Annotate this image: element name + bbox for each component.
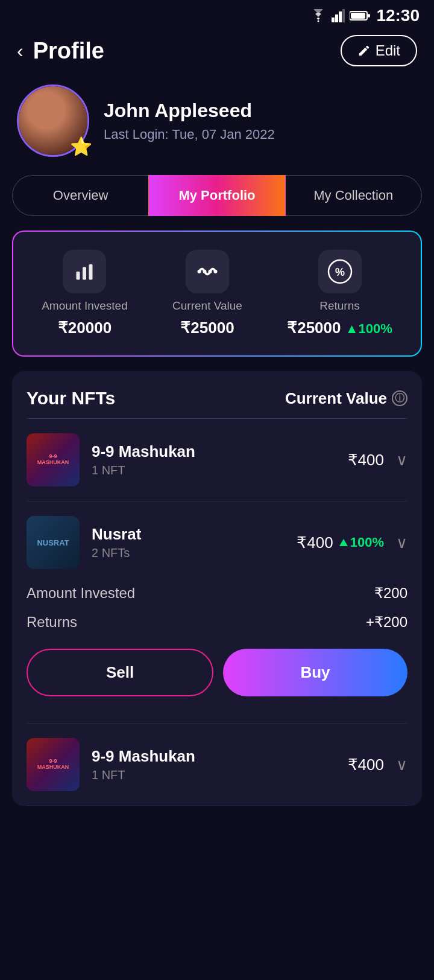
buy-button[interactable]: Buy	[223, 649, 407, 696]
current-value-label: Current Value	[172, 299, 242, 313]
status-time: 12:30	[376, 6, 420, 25]
svg-rect-8	[77, 272, 80, 280]
chevron-down-icon-mashukan-2[interactable]: ∨	[396, 756, 407, 774]
up-arrow-icon	[339, 539, 348, 546]
nft-thumbnail-mashukan-2: 9-9MASHUKAN	[27, 738, 80, 791]
nft-count-mashukan-2: 1 NFT	[92, 768, 336, 782]
avatar-wrapper: ⭐	[17, 84, 89, 157]
detail-amount-value: ₹200	[374, 585, 407, 602]
back-button[interactable]: ‹	[17, 40, 24, 62]
svg-rect-10	[89, 264, 93, 280]
tab-overview[interactable]: Overview	[12, 175, 148, 216]
nft-value-section-nusrat: ₹400 100%	[297, 533, 384, 552]
sell-button[interactable]: Sell	[27, 649, 213, 696]
svg-rect-4	[342, 9, 345, 22]
edit-button[interactable]: Edit	[341, 35, 417, 66]
nft-name-1: 9-9 Mashukan	[92, 442, 336, 461]
nft-value-section-1: ₹400	[348, 451, 384, 469]
nft-row-top-mashukan-2: 9-9MASHUKAN 9-9 Mashukan 1 NFT ₹400 ∨	[27, 738, 407, 791]
profile-section: ⭐ John Appleseed Last Login: Tue, 07 Jan…	[0, 78, 434, 175]
percent-icon: %	[327, 258, 353, 285]
svg-point-12	[203, 270, 206, 273]
detail-returns-label: Returns	[27, 614, 77, 631]
status-icons	[310, 9, 370, 22]
nft-info-nusrat: Nusrat 2 NFTs	[92, 525, 285, 560]
svg-rect-2	[335, 14, 338, 22]
svg-point-11	[197, 270, 201, 273]
nft-row-mashukan-2: 9-9MASHUKAN 9-9 Mashukan 1 NFT ₹400 ∨	[27, 724, 407, 806]
stats-row: Amount Invested ₹20000 Current Value ₹25…	[19, 250, 415, 337]
nft-row-nusrat: NUSRAT Nusrat 2 NFTs ₹400 100% ∨ Amount …	[27, 501, 407, 724]
stat-amount-invested: Amount Invested ₹20000	[42, 250, 128, 337]
nfts-title: Your NFTs	[27, 388, 115, 409]
nft-expanded-detail: Amount Invested ₹200 Returns +₹200 Sell …	[27, 569, 407, 708]
amount-invested-value: ₹20000	[58, 319, 112, 337]
nft-info-mashukan-2: 9-9 Mashukan 1 NFT	[92, 747, 336, 782]
nfts-header: Your NFTs Current Value ⓘ	[27, 388, 407, 409]
edit-icon	[357, 44, 371, 57]
wifi-icon	[310, 9, 327, 22]
stats-card: Amount Invested ₹20000 Current Value ₹25…	[12, 231, 422, 357]
svg-rect-6	[368, 14, 370, 18]
signal-icon	[332, 9, 345, 22]
profile-last-login: Last Login: Tue, 07 Jan 2022	[104, 127, 417, 142]
amount-invested-label: Amount Invested	[42, 299, 128, 313]
tab-bar: Overview My Portfolio My Collection	[12, 175, 422, 216]
nft-count-1: 1 NFT	[92, 463, 336, 477]
svg-rect-9	[83, 267, 86, 280]
current-value-value: ₹25000	[180, 319, 234, 337]
status-bar: 12:30	[0, 0, 434, 29]
nft-thumbnail-mashukan-1: 9-9MASHUKAN	[27, 433, 80, 486]
svg-rect-1	[332, 18, 335, 22]
edit-label: Edit	[376, 42, 400, 59]
stat-current-value: Current Value ₹25000	[172, 250, 242, 337]
returns-value: ₹25000 ▲100%	[287, 319, 392, 337]
page-title: Profile	[33, 38, 341, 64]
nft-row: 9-9MASHUKAN 9-9 Mashukan 1 NFT ₹400 ∨	[27, 419, 407, 501]
nft-pct-nusrat: 100%	[339, 535, 384, 550]
nft-name-nusrat: Nusrat	[92, 525, 285, 544]
nft-row-top-nusrat: NUSRAT Nusrat 2 NFTs ₹400 100% ∨	[27, 516, 407, 569]
detail-row-returns: Returns +₹200	[27, 608, 407, 637]
svg-rect-3	[339, 11, 342, 22]
detail-amount-label: Amount Invested	[27, 585, 135, 602]
action-buttons: Sell Buy	[27, 649, 407, 708]
nft-info-1: 9-9 Mashukan 1 NFT	[92, 442, 336, 477]
bar-chart-icon	[74, 261, 95, 282]
svg-point-13	[208, 270, 212, 273]
svg-point-0	[318, 21, 319, 22]
nft-count-nusrat: 2 NFTs	[92, 546, 285, 560]
nft-value-mashukan-2: ₹400	[348, 756, 384, 774]
info-icon[interactable]: ⓘ	[392, 390, 407, 406]
detail-row-amount: Amount Invested ₹200	[27, 579, 407, 608]
tab-my-collection[interactable]: My Collection	[286, 175, 422, 216]
nft-thumbnail-nusrat: NUSRAT	[27, 516, 80, 569]
amount-invested-icon-box	[63, 250, 106, 293]
svg-rect-7	[351, 13, 365, 19]
nft-row-top: 9-9MASHUKAN 9-9 Mashukan 1 NFT ₹400 ∨	[27, 433, 407, 486]
avatar-badge: ⭐	[70, 136, 92, 157]
wave-chart-icon	[197, 261, 218, 282]
returns-icon-box: %	[318, 250, 362, 293]
battery-icon	[350, 10, 370, 21]
chevron-down-icon-nusrat[interactable]: ∨	[396, 533, 407, 552]
profile-info: John Appleseed Last Login: Tue, 07 Jan 2…	[104, 100, 417, 142]
nft-value-1: ₹400	[348, 451, 384, 469]
nft-name-mashukan-2: 9-9 Mashukan	[92, 747, 336, 766]
returns-label: Returns	[319, 299, 360, 313]
nft-value-section-mashukan-2: ₹400	[348, 756, 384, 774]
nfts-card: Your NFTs Current Value ⓘ 9-9MASHUKAN 9-…	[12, 371, 422, 806]
tab-my-portfolio[interactable]: My Portfolio	[148, 175, 285, 216]
current-value-icon-box	[186, 250, 229, 293]
chevron-down-icon-1[interactable]: ∨	[396, 451, 407, 469]
svg-point-14	[213, 270, 217, 273]
stat-returns: % Returns ₹25000 ▲100%	[287, 250, 392, 337]
detail-returns-value: +₹200	[366, 614, 407, 631]
nft-value-nusrat: ₹400	[297, 533, 333, 552]
svg-text:%: %	[335, 266, 344, 278]
header: ‹ Profile Edit	[0, 29, 434, 78]
nfts-current-value-label: Current Value ⓘ	[285, 389, 407, 408]
profile-name: John Appleseed	[104, 100, 417, 122]
